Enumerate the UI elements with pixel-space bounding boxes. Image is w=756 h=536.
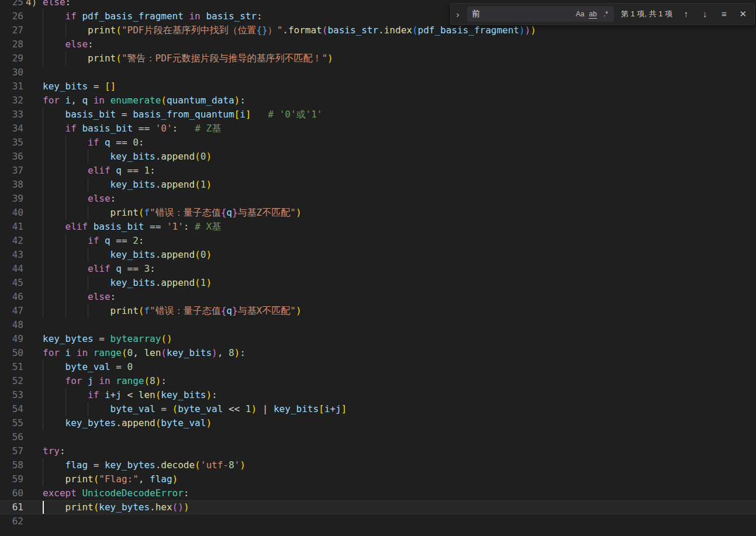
toggle-replace-chevron-icon[interactable]: › — [453, 9, 462, 19]
code-line[interactable]: 57try: — [0, 444, 756, 458]
code-line[interactable]: 44 elif q == 3: — [0, 262, 756, 276]
code-line[interactable]: 62 — [0, 514, 756, 528]
line-number[interactable]: 60 — [0, 486, 23, 500]
gutter-cell[interactable]: 45 — [0, 276, 43, 290]
find-input[interactable]: 前 Aa ab .* — [467, 6, 614, 22]
code-line[interactable]: 43 key_bits.append(0) — [0, 248, 756, 262]
line-number[interactable]: 44 — [0, 262, 23, 276]
line-number[interactable]: 55 — [0, 416, 23, 430]
code-line[interactable]: 60except UnicodeDecodeError: — [0, 486, 756, 500]
code-text[interactable] — [43, 318, 756, 332]
code-line[interactable]: 29 print("警告：PDF元数据片段与推导的基序列不匹配！") — [0, 51, 756, 65]
gutter-cell[interactable]: 39 — [0, 192, 43, 206]
code-line[interactable]: 38 key_bits.append(1) — [0, 178, 756, 192]
code-line[interactable]: 33 basis_bit = basis_from_quantum[i] # '… — [0, 108, 756, 122]
code-text[interactable]: if q == 2: — [43, 234, 756, 248]
gutter-cell[interactable]: 29 — [0, 51, 43, 65]
code-line[interactable]: 39 else: — [0, 192, 756, 206]
code-text[interactable]: print("PDF片段在基序列中找到（位置{}）".format(basis_… — [43, 23, 756, 37]
code-line[interactable]: 54 byte_val = (byte_val << 1) | key_bits… — [0, 402, 756, 416]
gutter-cell[interactable]: 41 — [0, 220, 43, 234]
code-line[interactable]: 30 — [0, 65, 756, 79]
line-number[interactable]: 25 — [0, 0, 23, 9]
gutter-cell[interactable]: 33 — [0, 108, 43, 122]
code-line[interactable]: 47 print(f"错误：量子态值{q}与基X不匹配") — [0, 304, 756, 318]
code-text[interactable]: print(key_bytes.hex()) — [43, 500, 756, 514]
gutter-cell[interactable]: 54 — [0, 402, 43, 416]
line-number[interactable]: 57 — [0, 444, 23, 458]
code-text[interactable]: key_bytes = bytearray() — [43, 332, 756, 346]
line-number[interactable]: 31 — [0, 79, 23, 94]
code-text[interactable]: for i in range(0, len(key_bits), 8): — [43, 346, 756, 360]
line-number[interactable]: 41 — [0, 220, 23, 234]
line-number[interactable]: 42 — [0, 234, 23, 248]
gutter-cell[interactable]: 44 — [0, 262, 43, 276]
code-line[interactable]: 50for i in range(0, len(key_bits), 8): — [0, 346, 756, 360]
close-find-widget-button[interactable]: ✕ — [738, 7, 748, 21]
code-line[interactable]: 48 — [0, 318, 756, 332]
code-text[interactable]: except UnicodeDecodeError: — [43, 486, 756, 500]
code-text[interactable]: else: — [43, 290, 756, 304]
gutter-cell[interactable]: 31 — [0, 79, 43, 94]
code-text[interactable]: if i+j < len(key_bits): — [43, 388, 756, 402]
line-number[interactable]: 54 — [0, 402, 23, 416]
code-text[interactable]: print(f"错误：量子态值{q}与基Z不匹配") — [43, 206, 756, 220]
code-line[interactable]: 34 if basis_bit == '0': # Z基 — [0, 122, 756, 136]
gutter-cell[interactable]: 40 — [0, 206, 43, 220]
gutter-cell[interactable]: 52 — [0, 374, 43, 388]
code-text[interactable]: elif basis_bit == '1': # X基 — [43, 220, 756, 234]
line-number[interactable]: 46 — [0, 290, 23, 304]
code-line[interactable]: 52 for j in range(8): — [0, 374, 756, 388]
code-line[interactable]: 42 if q == 2: — [0, 234, 756, 248]
line-number[interactable]: 61 — [0, 500, 23, 514]
gutter-cell[interactable]: 48 — [0, 318, 43, 332]
whole-word-toggle-icon[interactable]: ab — [587, 8, 599, 20]
next-match-button[interactable]: ↓ — [700, 7, 710, 21]
line-number[interactable]: 43 — [0, 248, 23, 262]
line-number[interactable]: 36 — [0, 150, 23, 164]
code-line[interactable]: 28 else: — [0, 37, 756, 51]
line-number[interactable]: 34 — [0, 122, 23, 136]
code-line[interactable]: 49key_bytes = bytearray() — [0, 332, 756, 346]
code-text[interactable]: for j in range(8): — [43, 374, 756, 388]
gutter-cell[interactable]: 27 — [0, 23, 43, 37]
gutter-cell[interactable]: 60 — [0, 486, 43, 500]
line-number[interactable]: 26 — [0, 9, 23, 23]
code-text[interactable]: basis_bit = basis_from_quantum[i] # '0'或… — [43, 108, 756, 122]
line-number[interactable]: 50 — [0, 346, 23, 360]
code-text[interactable]: print(f"错误：量子态值{q}与基X不匹配") — [43, 304, 756, 318]
code-line[interactable]: 59 print("Flag:", flag) — [0, 472, 756, 486]
line-number[interactable]: 51 — [0, 360, 23, 374]
line-number[interactable]: 30 — [0, 65, 23, 79]
line-number[interactable]: 56 — [0, 430, 23, 444]
gutter-cell[interactable]: 254) — [0, 0, 43, 9]
code-text[interactable]: print("警告：PDF元数据片段与推导的基序列不匹配！") — [43, 51, 756, 65]
gutter-cell[interactable]: 49 — [0, 332, 43, 346]
gutter-cell[interactable]: 51 — [0, 360, 43, 374]
line-number[interactable]: 39 — [0, 192, 23, 206]
code-editor[interactable]: 254)else:26 if pdf_basis_fragment in bas… — [0, 0, 756, 536]
code-line[interactable]: 58 flag = key_bytes.decode('utf-8') — [0, 458, 756, 472]
previous-match-button[interactable]: ↑ — [681, 7, 691, 21]
code-text[interactable]: key_bits = [] — [43, 79, 756, 94]
code-text[interactable]: if q == 0: — [43, 136, 756, 150]
gutter-cell[interactable]: 53 — [0, 388, 43, 402]
code-text[interactable]: try: — [43, 444, 756, 458]
line-number[interactable]: 32 — [0, 94, 23, 108]
code-text[interactable]: else: — [43, 192, 756, 206]
code-text[interactable]: elif q == 1: — [43, 164, 756, 178]
code-text[interactable] — [43, 514, 756, 528]
code-line[interactable]: 41 elif basis_bit == '1': # X基 — [0, 220, 756, 234]
gutter-cell[interactable]: 55 — [0, 416, 43, 430]
regex-toggle-icon[interactable]: .* — [600, 8, 612, 20]
line-number[interactable]: 38 — [0, 178, 23, 192]
line-number[interactable]: 40 — [0, 206, 23, 220]
code-text[interactable]: elif q == 3: — [43, 262, 756, 276]
line-number[interactable]: 48 — [0, 318, 23, 332]
line-number[interactable]: 62 — [0, 514, 23, 528]
line-number[interactable]: 49 — [0, 332, 23, 346]
line-number[interactable]: 28 — [0, 37, 23, 51]
code-line[interactable]: 32for i, q in enumerate(quantum_data): — [0, 94, 756, 108]
gutter-cell[interactable]: 57 — [0, 444, 43, 458]
gutter-cell[interactable]: 37 — [0, 164, 43, 178]
